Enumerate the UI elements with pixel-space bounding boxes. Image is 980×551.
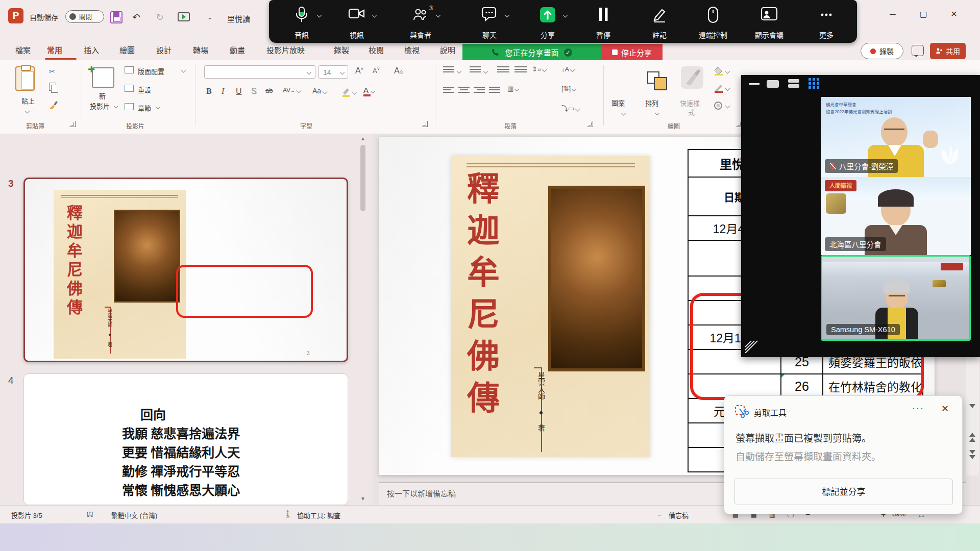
convert-smartart-icon[interactable]: ⤵▭ [561, 103, 579, 113]
paragraph-dialog-launcher[interactable] [587, 121, 593, 127]
increase-indent-icon[interactable] [514, 66, 527, 72]
align-left-icon[interactable] [443, 87, 454, 93]
change-case-icon[interactable]: Aa [312, 87, 327, 95]
zoom-pause-button[interactable]: 暫停 [579, 4, 628, 41]
copy-icon[interactable] [49, 83, 56, 91]
tab-help[interactable]: 說明 [437, 43, 458, 58]
align-text-icon[interactable]: [⇅] [561, 85, 576, 92]
slide-position[interactable]: 投影片 3/5 [11, 510, 42, 520]
tab-animations[interactable]: 動畫 [227, 43, 248, 58]
tab-slideshow[interactable]: 投影片放映 [263, 43, 308, 58]
align-right-icon[interactable] [474, 87, 485, 93]
underline-icon[interactable]: U [236, 87, 242, 96]
font-size-combobox[interactable]: 14 [318, 65, 348, 79]
zoom-annotate-button[interactable]: 註記 [635, 4, 684, 41]
restore-button[interactable]: ▢ [909, 0, 938, 29]
redo-icon[interactable]: ↻ [152, 10, 167, 24]
notification-more-icon[interactable]: ··· [912, 403, 924, 414]
scroll-down-icon[interactable] [969, 404, 975, 408]
thumbnail-scrollbar[interactable]: ▲ ▼ [359, 136, 366, 504]
zoom-remote-control-button[interactable]: 遠端控制 [689, 4, 738, 41]
stop-share-button[interactable]: 停止分享 [601, 44, 663, 61]
audio-chevron-icon[interactable] [317, 13, 322, 18]
cut-icon[interactable]: ✂ [49, 67, 55, 76]
tab-record[interactable]: 錄製 [331, 43, 352, 58]
shape-effects-icon[interactable] [714, 101, 724, 112]
tab-draw[interactable]: 繪圖 [116, 43, 138, 58]
zoom-share-button[interactable]: 分享 [523, 4, 572, 41]
slide-4-thumbnail[interactable]: 回向 我願 慈悲喜捨遍法界 更要 惜福結緣利人天 勤修 禪淨戒行平等忍 常懷 慚… [23, 373, 348, 505]
powerpoint-app-icon[interactable]: P [8, 8, 23, 23]
chat-chevron-icon[interactable] [505, 13, 510, 18]
zoom-audio-button[interactable]: 音訊 [277, 4, 326, 41]
scroll-down-icon[interactable]: ▼ [360, 496, 365, 502]
bullets-icon[interactable] [443, 66, 454, 72]
zoom-more-button[interactable]: 更多 [802, 4, 851, 41]
font-name-combobox[interactable] [204, 65, 315, 79]
previous-slide-icon[interactable] [969, 433, 975, 437]
video-tile-1[interactable]: 佛光會中華總會 協會2022年佛光會剛知賓線上培訓 八里分會-劉榮漳 [821, 97, 971, 177]
qat-customize-icon[interactable]: ⌄ [202, 10, 217, 24]
clipboard-dialog-launcher[interactable] [69, 121, 76, 127]
line-spacing-icon[interactable]: ⇕≡ [532, 65, 546, 73]
share-document-button[interactable]: 共用 [930, 43, 966, 59]
video-tile-3[interactable]: Samsung SM-X610 [821, 255, 971, 341]
shape-outline-icon[interactable] [714, 84, 724, 95]
align-center-icon[interactable] [458, 87, 470, 93]
notes-toggle[interactable]: 備忘稿 [669, 510, 689, 520]
zoom-show-meeting-button[interactable]: 顯示會議 [745, 4, 794, 41]
next-slide-icon[interactable] [969, 450, 975, 454]
font-color-icon[interactable]: A [363, 86, 369, 94]
paste-button[interactable]: 貼上 [12, 64, 43, 120]
tab-view[interactable]: 檢視 [401, 43, 423, 58]
markup-share-button[interactable]: 標記並分享 [734, 479, 953, 505]
slideshow-icon[interactable] [178, 12, 190, 21]
tab-home[interactable]: 常用 [44, 43, 65, 58]
video-chevron-icon[interactable] [372, 13, 377, 18]
scroll-up-icon[interactable]: ▲ [360, 136, 365, 141]
columns-icon[interactable]: ▥ [507, 85, 519, 92]
accessibility-status[interactable]: 協助工具: 調查 [297, 510, 340, 520]
close-button[interactable]: ✕ [940, 0, 968, 29]
justify-icon[interactable] [489, 87, 500, 93]
panel-minimize-icon[interactable] [749, 83, 760, 85]
tab-review[interactable]: 校閱 [365, 43, 387, 58]
save-icon[interactable] [110, 11, 122, 23]
decrease-indent-icon[interactable] [497, 66, 509, 72]
arrange-button[interactable]: 排列 [644, 64, 673, 121]
panel-layout-icon[interactable] [788, 79, 799, 88]
record-button[interactable]: 錄製 [861, 43, 903, 59]
participants-chevron-icon[interactable] [436, 13, 441, 18]
new-slide-button[interactable]: 新 投影片 [88, 64, 118, 121]
tab-design[interactable]: 設計 [153, 43, 175, 58]
share-chevron-icon[interactable] [563, 13, 568, 18]
zoom-participants-button[interactable]: 3 與會者 [396, 4, 445, 41]
quick-styles-button[interactable]: 快速樣 式 [678, 64, 707, 121]
numbering-icon[interactable] [470, 66, 481, 72]
slide-3-thumbnail[interactable]: 釋迦牟尼佛傳 星雲大師 ● 著 里悅讀書會十二、元月讀書計劃日期進度章節內容12… [23, 178, 348, 362]
numbering-chevron[interactable] [483, 69, 488, 74]
grow-font-icon[interactable]: A˄ [355, 66, 363, 76]
shapes-button[interactable]: 圖案 [610, 64, 640, 121]
bullets-chevron[interactable] [457, 69, 462, 74]
zoom-chat-button[interactable]: 聊天 [465, 4, 514, 41]
tab-insert[interactable]: 插入 [81, 43, 102, 58]
shape-fill-icon[interactable] [714, 66, 724, 78]
minimize-button[interactable]: ─ [878, 0, 907, 29]
tab-file[interactable]: 檔案 [12, 43, 34, 58]
font-dialog-launcher[interactable] [422, 121, 428, 127]
notification-close-icon[interactable]: ✕ [941, 403, 949, 414]
clear-formatting-icon[interactable]: A◇ [394, 66, 403, 76]
snip-notification[interactable]: 剪取工具 ··· ✕ 螢幕擷取畫面已複製到剪貼簿。 自動儲存至螢幕擷取畫面資料夾… [724, 395, 963, 514]
bold-icon[interactable]: B [206, 87, 212, 96]
format-painter-icon[interactable] [49, 100, 58, 111]
panel-view-icon[interactable] [767, 80, 779, 88]
text-shadow-icon[interactable]: S [251, 87, 257, 96]
proofing-icon[interactable]: 🕮 [87, 510, 93, 518]
scrollbar-thumb[interactable] [360, 145, 365, 211]
language-indicator[interactable]: 繁體中文 (台灣) [111, 510, 157, 520]
highlight-color-icon[interactable] [341, 87, 351, 99]
zoom-video-button[interactable]: 視訊 [332, 4, 381, 41]
text-direction-icon[interactable]: ↓A [561, 65, 574, 73]
undo-icon[interactable]: ↶ [129, 10, 144, 24]
